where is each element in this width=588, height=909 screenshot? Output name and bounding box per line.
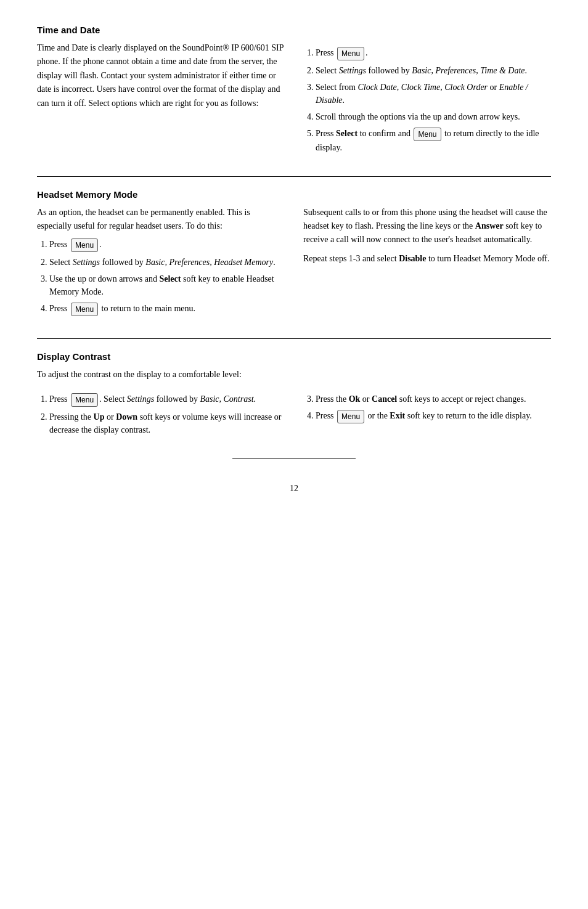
clock-order-text: Clock Order — [444, 83, 488, 92]
menu-button-1: Menu — [337, 47, 364, 60]
time-and-date-left: Time and Date is clearly displayed on th… — [37, 41, 285, 158]
ok-bold: Ok — [349, 394, 361, 404]
page-number: 12 — [37, 484, 551, 494]
time-and-date-content: Time and Date is clearly displayed on th… — [37, 41, 551, 158]
list-item: Press Menu. Select Settings followed by … — [49, 393, 285, 407]
headset-memory-title: Headset Memory Mode — [37, 189, 551, 200]
page-footer: 12 — [37, 459, 551, 494]
clock-date-text: Clock Date — [357, 83, 396, 92]
menu-button-4: Menu — [71, 303, 98, 316]
divider-2 — [37, 338, 551, 339]
menu-button-3: Menu — [71, 238, 98, 252]
headset-memory-left: As an option, the headset can be permane… — [37, 206, 285, 320]
list-item: Select from Clock Date, Clock Time, Cloc… — [316, 81, 551, 107]
divider-1 — [37, 176, 551, 177]
time-and-date-section: Time and Date Time and Date is clearly d… — [37, 25, 551, 158]
answer-bold: Answer — [475, 221, 504, 230]
headset-repeat-text: Repeat steps 1-3 and select Disable to t… — [303, 252, 551, 266]
headset-memory-section: Headset Memory Mode As an option, the he… — [37, 189, 551, 320]
list-item: Scroll through the options via the up an… — [316, 110, 551, 123]
list-item: Press Menu. — [316, 46, 551, 60]
basic-pref-headset-text: Basic, Preferences, Headset Memory — [145, 258, 273, 267]
cancel-bold: Cancel — [372, 394, 397, 404]
list-item: Press Menu. — [49, 238, 285, 252]
list-item: Select Settings followed by Basic, Prefe… — [49, 256, 285, 269]
list-item: Press the Ok or Cancel soft keys to acce… — [316, 393, 551, 406]
display-contrast-right: Press the Ok or Cancel soft keys to acce… — [303, 388, 551, 440]
settings-text-3: Settings — [127, 394, 154, 404]
settings-text-2: Settings — [73, 258, 100, 267]
exit-bold: Exit — [390, 411, 405, 420]
headset-memory-steps: Press Menu. Select Settings followed by … — [37, 238, 285, 316]
basic-contrast-text: Basic, Contrast — [200, 394, 253, 404]
display-contrast-section: Display Contrast To adjust the contrast … — [37, 351, 551, 440]
basic-pref-time-text: Basic, Preferences, Time & Date — [412, 66, 525, 75]
time-and-date-steps: Press Menu. Select Settings followed by … — [303, 46, 551, 154]
select-bold-2: Select — [159, 274, 181, 283]
time-and-date-title: Time and Date — [37, 25, 551, 35]
menu-button-5: Menu — [71, 393, 98, 407]
display-contrast-description: To adjust the contrast on the display to… — [37, 368, 551, 381]
list-item: Press Menu or the Exit soft key to retur… — [316, 409, 551, 423]
headset-memory-description: As an option, the headset can be permane… — [37, 206, 285, 234]
list-item: Use the up or down arrows and Select sof… — [49, 272, 285, 298]
display-contrast-steps-right: Press the Ok or Cancel soft keys to acce… — [303, 393, 551, 423]
headset-subsequent-text: Subsequent calls to or from this phone u… — [303, 206, 551, 247]
list-item: Pressing the Up or Down soft keys or vol… — [49, 410, 285, 436]
menu-button-2: Menu — [414, 128, 441, 141]
list-item: Press Menu to return to the main menu. — [49, 302, 285, 316]
display-contrast-left: Press Menu. Select Settings followed by … — [37, 388, 285, 440]
up-bold: Up — [94, 412, 105, 422]
headset-memory-right: Subsequent calls to or from this phone u… — [303, 206, 551, 320]
clock-time-text: Clock Time — [401, 83, 440, 92]
footer-line — [232, 459, 356, 459]
list-item: Press Select to confirm and Menu to retu… — [316, 127, 551, 154]
menu-button-6: Menu — [337, 410, 364, 423]
display-contrast-content: Press Menu. Select Settings followed by … — [37, 388, 551, 440]
time-and-date-description: Time and Date is clearly displayed on th… — [37, 41, 285, 110]
display-contrast-title: Display Contrast — [37, 351, 551, 362]
disable-bold: Disable — [399, 254, 426, 263]
list-item: Select Settings followed by Basic, Prefe… — [316, 64, 551, 77]
settings-text: Settings — [339, 66, 366, 75]
down-bold: Down — [116, 412, 137, 422]
time-and-date-right: Press Menu. Select Settings followed by … — [303, 41, 551, 158]
headset-memory-content: As an option, the headset can be permane… — [37, 206, 551, 320]
select-bold: Select — [336, 129, 357, 138]
display-contrast-steps-left: Press Menu. Select Settings followed by … — [37, 393, 285, 436]
